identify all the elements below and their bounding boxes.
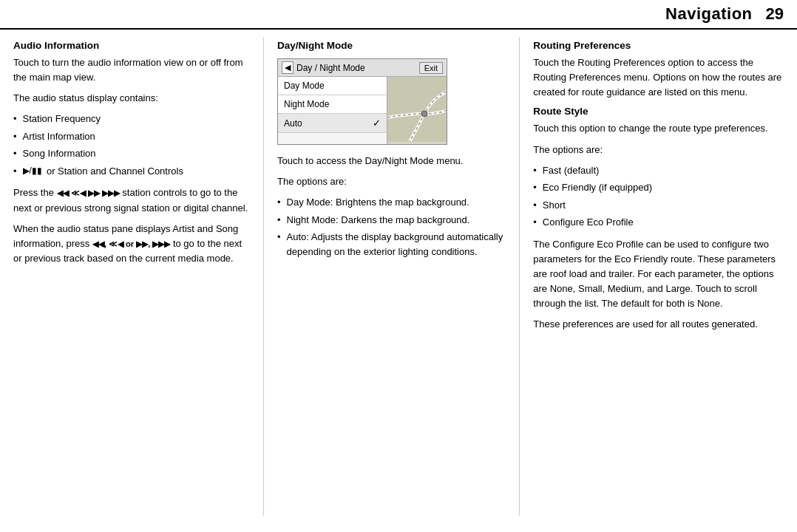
bullet-eco: Eco Friendly (if equipped) [533,180,784,195]
bullet-artist-info: Artist Information [13,129,253,144]
routing-section1-title: Routing Preferences [533,40,784,51]
bullet-daymode: Day Mode: Brightens the map background. [277,195,506,210]
bullet-configure-eco: Configure Eco Profile [533,215,784,230]
media-icons-1: ◀◀ ≪◀ ▶▶ ▶▶▶ [57,188,120,197]
daynight-ui-mockup: ◀ Day / Night Mode Exit Day Mode Night M… [277,58,447,145]
daynight-title-label: Day / Night Mode [296,63,365,73]
bullet-auto: Auto: Adjusts the display background aut… [277,230,506,259]
bullet-play-pause: ▶/▮▮ or Station and Channel Controls [13,164,253,179]
daynight-back-arrow: ◀ [282,61,294,74]
routing-section2-para4: These preferences are used for all route… [533,317,784,332]
daynight-bullet-list: Day Mode: Brightens the map background. … [277,195,506,259]
bullet-fast: Fast (default) [533,163,784,178]
routing-section1-para1: Touch the Routing Preferences option to … [533,55,784,100]
daynight-titlebar: ◀ Day / Night Mode Exit [278,59,447,77]
checkmark-icon: ✓ [373,117,381,129]
page-number: 29 [766,4,784,24]
page-header: Navigation 29 [0,0,797,30]
audio-para1: Touch to turn the audio information view… [13,55,253,85]
routing-section2-para3: The Configure Eco Profile can be used to… [533,237,784,312]
daynight-titlebar-left: ◀ Day / Night Mode [282,61,365,74]
audio-section-title: Audio Information [13,40,253,51]
daynight-para1: Touch to access the Day/Night Mode menu. [277,154,506,168]
svg-point-1 [421,111,427,117]
daynight-para2: The options are: [277,174,506,189]
routing-section2-para1: Touch this option to change the route ty… [533,121,784,136]
daynight-exit-button[interactable]: Exit [419,62,443,74]
media-icons-2: ◀◀, ≪◀ or ▶▶, ▶▶▶ [92,239,170,248]
bullet-nightmode: Night Mode: Darkens the map background. [277,213,506,228]
audio-para4: When the audio status pane displays Arti… [13,222,253,266]
daynight-option-nightmode[interactable]: Night Mode [278,95,387,114]
col-daynight: Day/Night Mode ◀ Day / Night Mode Exit D… [264,30,519,523]
routing-bullet-list: Fast (default) Eco Friendly (if equipped… [533,163,784,230]
audio-para3: Press the ◀◀ ≪◀ ▶▶ ▶▶▶ station controls … [13,185,253,215]
page-title: Navigation [665,4,752,24]
col-routing: Routing Preferences Touch the Routing Pr… [520,30,797,523]
bullet-short: Short [533,198,784,213]
daynight-content: Day Mode Night Mode Auto ✓ [278,77,447,144]
svg-rect-0 [387,77,447,142]
daynight-options-list: Day Mode Night Mode Auto ✓ [278,77,387,144]
routing-section2-title: Route Style [533,106,784,117]
page-container: Navigation 29 Audio Information Touch to… [0,0,797,532]
daynight-option-daymode[interactable]: Day Mode [278,77,387,95]
bullet-song-info: Song Information [13,146,253,161]
audio-bullet-list: Station Frequency Artist Information Son… [13,112,253,178]
bullet-station-freq: Station Frequency [13,112,253,126]
col-audio: Audio Information Touch to turn the audi… [0,30,263,523]
daynight-section-title: Day/Night Mode [277,40,506,51]
map-svg [387,77,447,142]
daynight-map-preview [387,77,447,144]
daynight-option-auto[interactable]: Auto ✓ [278,114,387,133]
content-columns: Audio Information Touch to turn the audi… [0,30,797,523]
audio-para2: The audio status display contains: [13,91,253,106]
routing-section2-para2: The options are: [533,143,784,157]
play-pause-icon: ▶/▮▮ [23,164,42,177]
